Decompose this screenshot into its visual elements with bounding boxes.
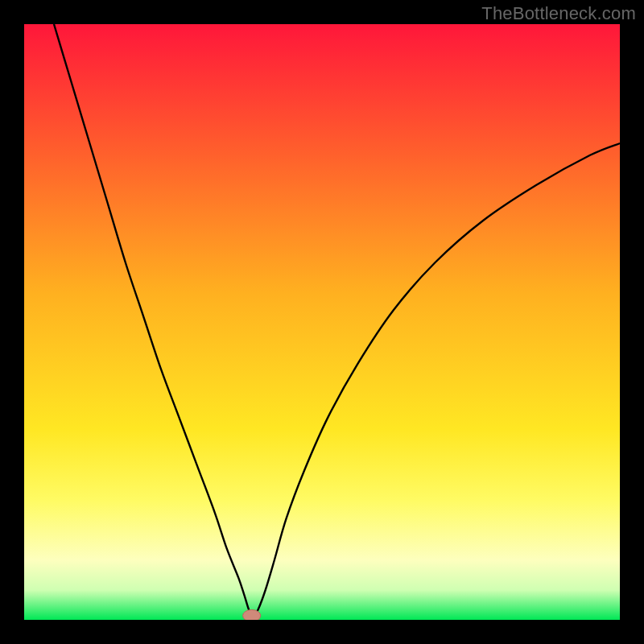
chart-frame [24,24,620,620]
gradient-background [24,24,620,620]
optimum-marker [243,609,261,620]
bottleneck-chart [24,24,620,620]
watermark-text: TheBottleneck.com [481,3,636,24]
